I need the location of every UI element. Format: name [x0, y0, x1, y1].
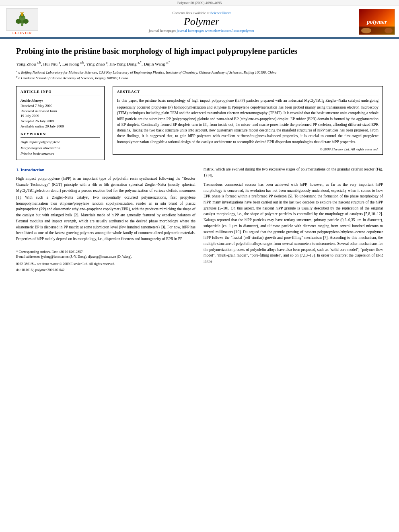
footnote-section: * Corresponding authors. Fax: +86 10 826… [16, 248, 195, 273]
revised-date: 19 July 2009 [21, 113, 100, 119]
sciencedirect-line: Contents lists available at ScienceDirec… [44, 11, 359, 15]
intro-paragraph-3: Tremendous commercial success has been a… [204, 182, 383, 265]
svg-rect-6 [21, 13, 23, 16]
journal-header: ELSEVIER Contents lists available at Sci… [0, 6, 399, 38]
keywords-list: High impact polypropylene Morphological … [21, 139, 100, 156]
sciencedirect-link[interactable]: ScienceDirect [210, 11, 230, 15]
main-col-left: 1. Introduction High impact polypropylen… [16, 166, 195, 273]
journal-volume-info: Polymer 50 (2009) 4690–4695 [177, 1, 222, 5]
keyword-3: Pristine basic structure [21, 151, 100, 156]
issn-line: 0032-3861/$ – see front matter © 2009 El… [16, 262, 195, 267]
authors-line: Yong Zhou a,b, Hui Niu a, Lei Kong a,b, … [16, 60, 383, 67]
polymer-logo-box: polymer [359, 9, 395, 35]
keywords-section: Keywords: High impact polypropylene Morp… [21, 132, 100, 156]
footnote-email: E-mail addresses: jydong@iccas.ac.cn (J.… [16, 255, 195, 259]
keyword-2: Morphological observation [21, 145, 100, 151]
doi-line: doi:10.1016/j.polymer.2009.07.042 [16, 268, 195, 273]
article-title: Probing into the pristine basic morpholo… [16, 46, 383, 56]
main-text-section: 1. Introduction High impact polypropylen… [16, 166, 383, 273]
keywords-header: Keywords: [21, 132, 100, 138]
received-date: Received 7 May 2009 [21, 103, 100, 109]
article-info-abstract-section: ARTICLE INFO Article history: Received 7… [16, 86, 383, 160]
affiliations: a a Beijing National Laboratory for Mole… [16, 70, 383, 80]
polymer-logo-label: polymer [367, 18, 387, 25]
affiliation-a: a Beijing National Laboratory for Molecu… [19, 70, 277, 74]
article-container: Probing into the pristine basic morpholo… [0, 39, 399, 281]
elsevier-tree-icon [12, 12, 32, 27]
abstract-column: ABSTRACT In this paper, the pristine bas… [113, 86, 383, 160]
abstract-box: ABSTRACT In this paper, the pristine bas… [113, 86, 383, 155]
journal-info-bar: Polymer 50 (2009) 4690–4695 [0, 0, 399, 6]
elsevier-wordmark: ELSEVIER [12, 31, 32, 35]
svg-rect-7 [20, 12, 24, 13]
intro-paragraph-2: matrix, which are evolved during the two… [204, 166, 383, 178]
article-info-header: ARTICLE INFO [21, 90, 100, 95]
svg-rect-0 [21, 24, 23, 26]
accepted-date: Accepted 26 July 2009 [21, 119, 100, 124]
available-date: Available online 29 July 2009 [21, 124, 100, 129]
journal-homepage-link[interactable]: journal homepage: www.elsevier.com/locat… [177, 29, 254, 33]
intro-paragraph-1: High impact polypropylene (hiPP) is an i… [16, 176, 195, 242]
journal-title: Polymer [44, 16, 359, 28]
article-info-column: ARTICLE INFO Article history: Received 7… [16, 86, 105, 160]
journal-homepage: journal homepage: journal homepage: www.… [44, 29, 359, 33]
elsevier-logo: ELSEVIER [4, 8, 40, 35]
footnote-corresponding: * Corresponding authors. Fax: +86 10 826… [16, 250, 195, 255]
abstract-text: In this paper, the pristine basic morpho… [117, 98, 378, 145]
elsevier-logo-image [6, 8, 38, 31]
revised-label: Received in revised form [21, 109, 100, 114]
intro-section-title: 1. Introduction [16, 166, 195, 173]
copyright-line: © 2009 Elsevier Ltd. All rights reserved… [117, 147, 378, 151]
abstract-header: ABSTRACT [117, 90, 378, 95]
keyword-1: High impact polypropylene [21, 139, 100, 145]
journal-center: Contents lists available at ScienceDirec… [44, 11, 359, 33]
article-history-label: Article history: [21, 99, 100, 103]
article-info-box: ARTICLE INFO Article history: Received 7… [16, 86, 105, 160]
main-col-right: matrix, which are evolved during the two… [204, 166, 383, 273]
affiliation-b: b Graduate School of Chinese Academy of … [19, 76, 128, 80]
